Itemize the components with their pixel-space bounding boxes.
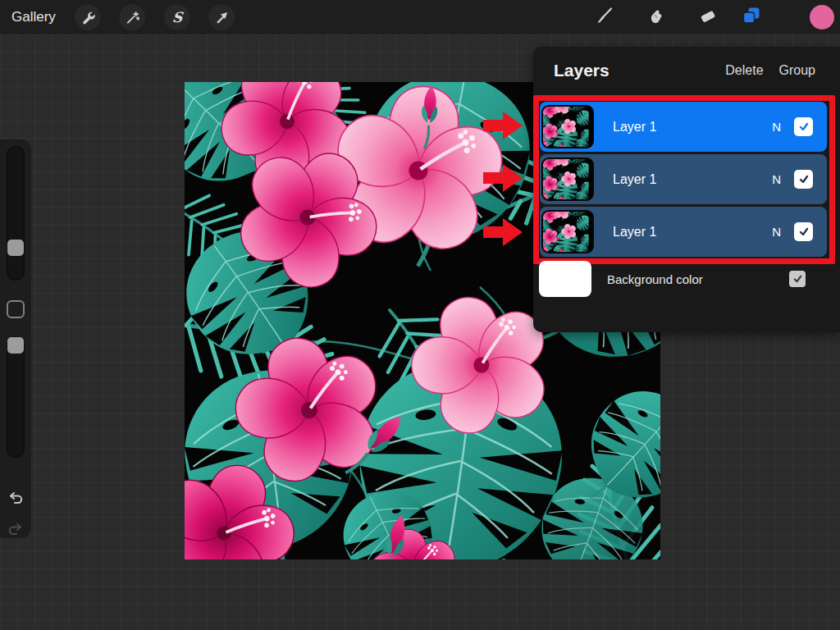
magic-wand-icon [126, 11, 139, 25]
annotation-arrow-1 [483, 109, 524, 142]
layer-visibility-checkbox[interactable] [794, 170, 813, 189]
smudge-button[interactable] [643, 4, 669, 30]
undo-icon [7, 495, 25, 509]
brush-size-slider[interactable] [7, 146, 25, 281]
selection-s-icon: S [171, 11, 183, 25]
brush-button[interactable] [591, 4, 618, 30]
layers-icon [741, 5, 762, 30]
active-color-swatch[interactable] [810, 5, 834, 30]
blend-mode-badge[interactable]: N [772, 225, 781, 239]
top-toolbar: Gallery S [0, 0, 840, 34]
blend-mode-badge[interactable]: N [772, 120, 781, 134]
tool-sidebar [0, 139, 31, 538]
background-color-label: Background color [607, 272, 703, 286]
blend-mode-badge[interactable]: N [772, 172, 781, 186]
annotation-highlight-box: Layer 1 N Layer 1 N La [533, 95, 835, 264]
layer-name: Layer 1 [613, 120, 656, 135]
modify-button[interactable] [7, 300, 25, 318]
layer-1-thumbnail[interactable] [541, 158, 594, 201]
transform-arrow-icon [215, 11, 229, 25]
undo-button[interactable] [7, 489, 25, 507]
transform-button[interactable] [208, 4, 235, 30]
opacity-slider[interactable] [7, 336, 25, 458]
layer-1-thumbnail[interactable] [541, 105, 594, 148]
layer-row-3[interactable]: Layer 1 N [540, 207, 827, 257]
redo-button[interactable] [7, 520, 25, 538]
selection-button[interactable]: S [164, 4, 190, 30]
eraser-button[interactable] [695, 4, 721, 30]
layers-button[interactable] [738, 4, 765, 30]
layer-row-2[interactable]: Layer 1 N [540, 154, 827, 204]
adjustments-button[interactable] [119, 4, 145, 30]
layer-visibility-checkbox[interactable] [794, 117, 813, 136]
layer-1-thumbnail[interactable] [541, 210, 594, 253]
group-button[interactable]: Group [779, 63, 815, 78]
layer-name: Layer 1 [613, 172, 656, 187]
background-color-row[interactable]: Background color [534, 261, 821, 297]
annotation-arrow-2 [483, 162, 524, 194]
workspace: Layers Delete Group Layer 1 N [0, 34, 840, 630]
layers-panel: Layers Delete Group Layer 1 N [533, 47, 840, 332]
gallery-button[interactable]: Gallery [11, 9, 56, 25]
panel-title: Layers [554, 61, 609, 80]
redo-icon [7, 527, 25, 541]
opacity-handle[interactable] [7, 337, 24, 354]
eraser-icon [699, 7, 717, 28]
wrench-icon [81, 11, 95, 25]
smudge-icon [647, 7, 665, 28]
layer-row-1[interactable]: Layer 1 N [540, 102, 827, 152]
layer-name: Layer 1 [613, 225, 656, 240]
layer-visibility-checkbox[interactable] [794, 222, 813, 241]
brush-icon [596, 7, 614, 28]
background-color-swatch[interactable] [539, 261, 591, 297]
layers-panel-header: Layers Delete Group [533, 47, 840, 94]
background-visibility-checkbox[interactable] [789, 271, 806, 287]
brush-size-handle[interactable] [7, 240, 24, 256]
delete-button[interactable]: Delete [725, 63, 763, 78]
annotation-arrow-3 [483, 216, 524, 249]
actions-button[interactable] [75, 4, 101, 30]
